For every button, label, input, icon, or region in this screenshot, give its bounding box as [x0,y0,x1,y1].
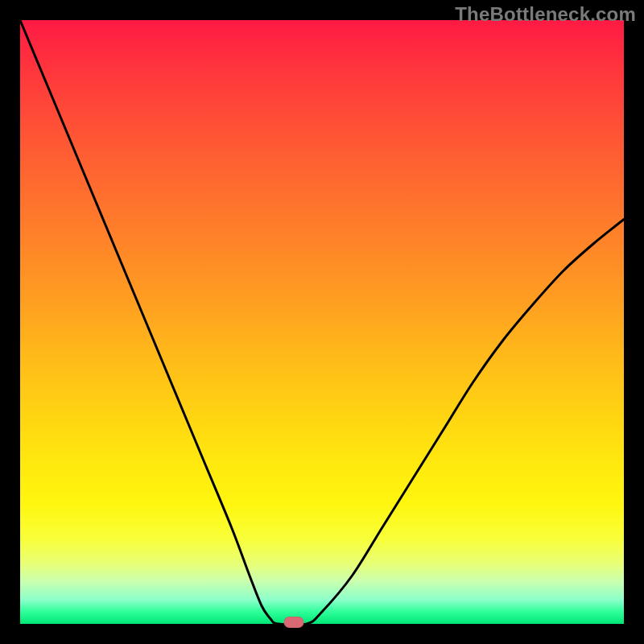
plot-area [20,20,624,624]
curve-line [20,20,624,625]
minimum-marker [283,617,303,628]
chart-frame: TheBottleneck.com [0,0,644,644]
bottleneck-curve [20,20,624,624]
